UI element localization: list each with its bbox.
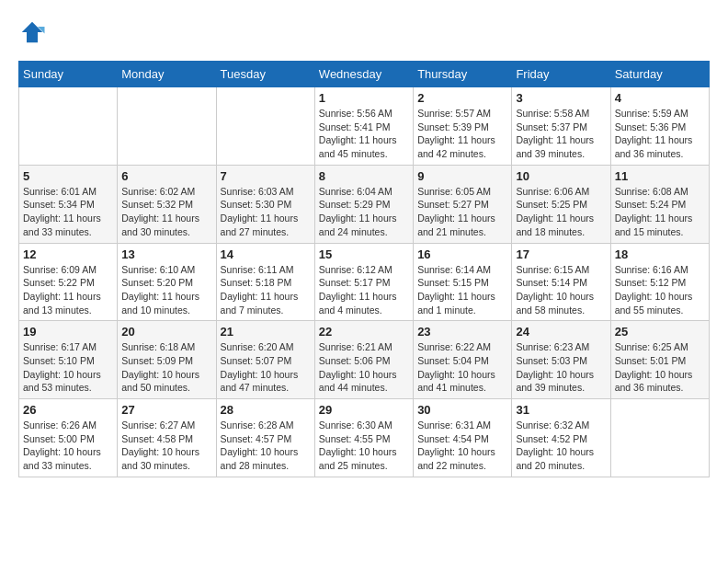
svg-marker-0 [22, 22, 43, 43]
day-info: Sunrise: 6:23 AM Sunset: 5:03 PM Dayligh… [516, 340, 606, 395]
logo-icon [18, 18, 46, 46]
day-number: 23 [417, 325, 507, 339]
day-number: 15 [319, 247, 409, 261]
day-number: 5 [23, 169, 113, 183]
calendar-cell: 26Sunrise: 6:26 AM Sunset: 5:00 PM Dayli… [19, 399, 118, 477]
day-info: Sunrise: 6:22 AM Sunset: 5:04 PM Dayligh… [417, 340, 507, 395]
calendar-cell [19, 87, 118, 166]
day-number: 24 [516, 325, 606, 339]
day-info: Sunrise: 6:28 AM Sunset: 4:57 PM Dayligh… [221, 419, 311, 473]
calendar-cell: 16Sunrise: 6:14 AM Sunset: 5:15 PM Dayli… [414, 243, 512, 321]
calendar-cell: 24Sunrise: 6:23 AM Sunset: 5:03 PM Dayli… [512, 321, 610, 399]
calendar-week-row: 19Sunrise: 6:17 AM Sunset: 5:10 PM Dayli… [19, 321, 710, 399]
weekday-header: Friday [512, 62, 610, 87]
calendar-cell: 18Sunrise: 6:16 AM Sunset: 5:12 PM Dayli… [610, 243, 709, 321]
weekday-header: Monday [118, 62, 216, 87]
day-info: Sunrise: 6:25 AM Sunset: 5:01 PM Dayligh… [615, 340, 705, 395]
calendar-week-row: 12Sunrise: 6:09 AM Sunset: 5:22 PM Dayli… [19, 243, 710, 321]
day-info: Sunrise: 6:30 AM Sunset: 4:55 PM Dayligh… [319, 419, 409, 473]
day-info: Sunrise: 6:03 AM Sunset: 5:30 PM Dayligh… [221, 185, 311, 239]
day-info: Sunrise: 6:12 AM Sunset: 5:17 PM Dayligh… [319, 263, 409, 317]
day-number: 20 [121, 325, 211, 339]
day-info: Sunrise: 5:59 AM Sunset: 5:36 PM Dayligh… [615, 107, 705, 161]
day-number: 12 [23, 247, 113, 261]
day-number: 29 [319, 403, 409, 417]
calendar-week-row: 5Sunrise: 6:01 AM Sunset: 5:34 PM Daylig… [19, 165, 710, 243]
day-info: Sunrise: 5:58 AM Sunset: 5:37 PM Dayligh… [516, 107, 606, 161]
day-number: 21 [221, 325, 311, 339]
calendar-cell: 12Sunrise: 6:09 AM Sunset: 5:22 PM Dayli… [19, 243, 118, 321]
day-number: 6 [121, 169, 211, 183]
calendar-header-row: SundayMondayTuesdayWednesdayThursdayFrid… [19, 62, 710, 87]
day-info: Sunrise: 5:57 AM Sunset: 5:39 PM Dayligh… [417, 107, 507, 161]
calendar-cell: 10Sunrise: 6:06 AM Sunset: 5:25 PM Dayli… [512, 165, 610, 243]
calendar-cell: 4Sunrise: 5:59 AM Sunset: 5:36 PM Daylig… [610, 87, 709, 166]
calendar-week-row: 26Sunrise: 6:26 AM Sunset: 5:00 PM Dayli… [19, 399, 710, 477]
calendar-table: SundayMondayTuesdayWednesdayThursdayFrid… [18, 61, 710, 477]
day-number: 9 [417, 169, 507, 183]
calendar-cell: 7Sunrise: 6:03 AM Sunset: 5:30 PM Daylig… [216, 165, 314, 243]
day-number: 19 [23, 325, 113, 339]
day-number: 7 [221, 169, 311, 183]
logo [18, 18, 50, 46]
calendar-cell: 15Sunrise: 6:12 AM Sunset: 5:17 PM Dayli… [314, 243, 413, 321]
calendar-week-row: 1Sunrise: 5:56 AM Sunset: 5:41 PM Daylig… [19, 87, 710, 166]
day-number: 4 [615, 91, 705, 105]
calendar-cell: 29Sunrise: 6:30 AM Sunset: 4:55 PM Dayli… [314, 399, 413, 477]
day-number: 1 [319, 91, 409, 105]
day-number: 31 [516, 403, 606, 417]
calendar-cell: 30Sunrise: 6:31 AM Sunset: 4:54 PM Dayli… [414, 399, 512, 477]
day-info: Sunrise: 6:10 AM Sunset: 5:20 PM Dayligh… [121, 263, 211, 317]
day-number: 11 [615, 169, 705, 183]
day-info: Sunrise: 6:26 AM Sunset: 5:00 PM Dayligh… [23, 419, 113, 473]
calendar-cell: 19Sunrise: 6:17 AM Sunset: 5:10 PM Dayli… [19, 321, 118, 399]
weekday-header: Saturday [610, 62, 709, 87]
weekday-header: Tuesday [216, 62, 314, 87]
day-info: Sunrise: 6:04 AM Sunset: 5:29 PM Dayligh… [319, 185, 409, 239]
calendar-cell: 11Sunrise: 6:08 AM Sunset: 5:24 PM Dayli… [610, 165, 709, 243]
calendar-cell [610, 399, 709, 477]
day-number: 17 [516, 247, 606, 261]
day-number: 3 [516, 91, 606, 105]
page-header [18, 18, 710, 46]
day-number: 26 [23, 403, 113, 417]
day-info: Sunrise: 6:06 AM Sunset: 5:25 PM Dayligh… [516, 185, 606, 239]
calendar-cell [118, 87, 216, 166]
weekday-header: Wednesday [314, 62, 413, 87]
calendar-cell: 13Sunrise: 6:10 AM Sunset: 5:20 PM Dayli… [118, 243, 216, 321]
day-info: Sunrise: 6:31 AM Sunset: 4:54 PM Dayligh… [417, 419, 507, 473]
weekday-header: Sunday [19, 62, 118, 87]
day-info: Sunrise: 6:20 AM Sunset: 5:07 PM Dayligh… [221, 340, 311, 395]
day-info: Sunrise: 6:27 AM Sunset: 4:58 PM Dayligh… [121, 419, 211, 473]
day-number: 16 [417, 247, 507, 261]
calendar-cell: 28Sunrise: 6:28 AM Sunset: 4:57 PM Dayli… [216, 399, 314, 477]
day-info: Sunrise: 6:02 AM Sunset: 5:32 PM Dayligh… [121, 185, 211, 239]
calendar-cell: 8Sunrise: 6:04 AM Sunset: 5:29 PM Daylig… [314, 165, 413, 243]
day-number: 10 [516, 169, 606, 183]
day-number: 27 [121, 403, 211, 417]
day-info: Sunrise: 6:11 AM Sunset: 5:18 PM Dayligh… [221, 263, 311, 317]
day-number: 30 [417, 403, 507, 417]
day-info: Sunrise: 6:05 AM Sunset: 5:27 PM Dayligh… [417, 185, 507, 239]
calendar-cell: 22Sunrise: 6:21 AM Sunset: 5:06 PM Dayli… [314, 321, 413, 399]
calendar-cell: 25Sunrise: 6:25 AM Sunset: 5:01 PM Dayli… [610, 321, 709, 399]
calendar-cell: 2Sunrise: 5:57 AM Sunset: 5:39 PM Daylig… [414, 87, 512, 166]
weekday-header: Thursday [414, 62, 512, 87]
calendar-cell: 1Sunrise: 5:56 AM Sunset: 5:41 PM Daylig… [314, 87, 413, 166]
calendar-cell: 17Sunrise: 6:15 AM Sunset: 5:14 PM Dayli… [512, 243, 610, 321]
day-info: Sunrise: 6:08 AM Sunset: 5:24 PM Dayligh… [615, 185, 705, 239]
day-number: 8 [319, 169, 409, 183]
day-number: 22 [319, 325, 409, 339]
day-info: Sunrise: 6:32 AM Sunset: 4:52 PM Dayligh… [516, 419, 606, 473]
calendar-cell: 31Sunrise: 6:32 AM Sunset: 4:52 PM Dayli… [512, 399, 610, 477]
calendar-cell: 14Sunrise: 6:11 AM Sunset: 5:18 PM Dayli… [216, 243, 314, 321]
day-number: 25 [615, 325, 705, 339]
day-number: 18 [615, 247, 705, 261]
day-number: 2 [417, 91, 507, 105]
day-info: Sunrise: 5:56 AM Sunset: 5:41 PM Dayligh… [319, 107, 409, 161]
day-info: Sunrise: 6:14 AM Sunset: 5:15 PM Dayligh… [417, 263, 507, 317]
day-number: 28 [221, 403, 311, 417]
calendar-cell [216, 87, 314, 166]
calendar-cell: 20Sunrise: 6:18 AM Sunset: 5:09 PM Dayli… [118, 321, 216, 399]
day-info: Sunrise: 6:16 AM Sunset: 5:12 PM Dayligh… [615, 263, 705, 317]
